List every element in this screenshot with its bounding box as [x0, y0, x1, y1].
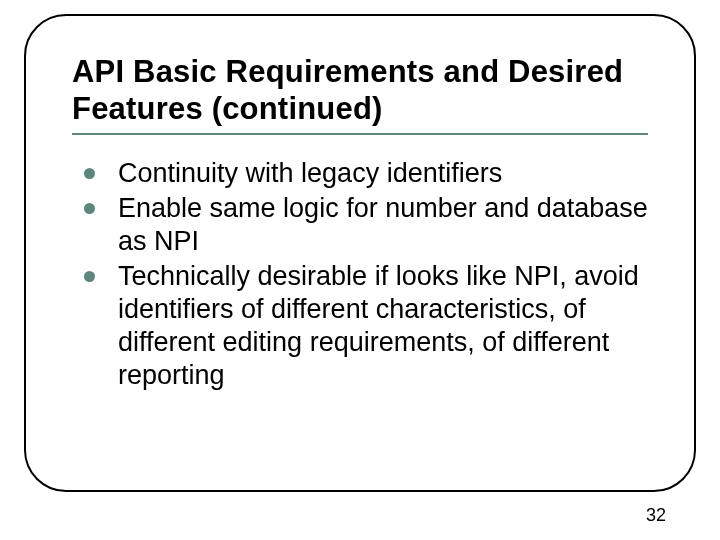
- list-item: Continuity with legacy identifiers: [78, 157, 648, 190]
- list-item: Technically desirable if looks like NPI,…: [78, 260, 648, 392]
- list-item: Enable same logic for number and databas…: [78, 192, 648, 258]
- bullet-text: Continuity with legacy identifiers: [118, 158, 502, 188]
- bullet-icon: [84, 203, 95, 214]
- title-underline: [72, 133, 648, 135]
- bullet-text: Enable same logic for number and databas…: [118, 193, 648, 256]
- bullet-text: Technically desirable if looks like NPI,…: [118, 261, 639, 390]
- bullet-list: Continuity with legacy identifiers Enabl…: [72, 157, 648, 392]
- slide-title: API Basic Requirements and Desired Featu…: [72, 54, 648, 127]
- page-number: 32: [646, 505, 666, 526]
- bullet-icon: [84, 168, 95, 179]
- bullet-icon: [84, 271, 95, 282]
- slide-frame: API Basic Requirements and Desired Featu…: [24, 14, 696, 492]
